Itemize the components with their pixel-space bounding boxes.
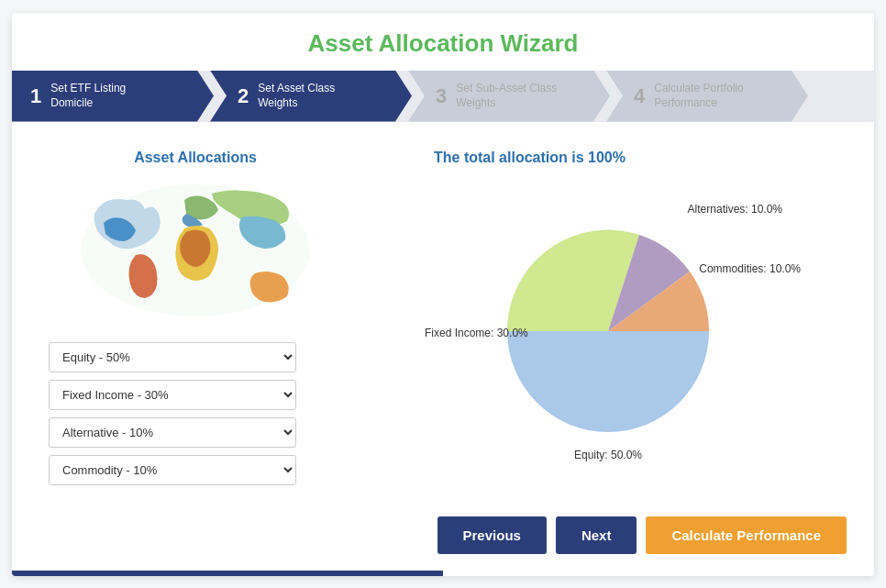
alternatives-label: Alternatives: 10.0% bbox=[688, 203, 782, 216]
commodity-dropdown-row: Commodity - 10% bbox=[49, 455, 342, 485]
step-3-number: 3 bbox=[436, 86, 447, 106]
next-button[interactable]: Next bbox=[556, 516, 637, 554]
step-4: 4 Calculate PortfolioPerformance bbox=[606, 71, 808, 122]
calculate-button[interactable]: Calculate Performance bbox=[646, 516, 847, 554]
left-panel: Asset Allocations bbox=[49, 150, 342, 485]
allocation-title: The total allocation is 100% bbox=[434, 150, 626, 166]
alternative-dropdown-row: Alternative - 10% bbox=[49, 417, 342, 448]
step-2-label: Set Asset ClassWeights bbox=[258, 82, 335, 110]
dropdown-group: Equity - 50% Fixed Income - 30% Alternat… bbox=[49, 342, 342, 485]
main-content: Asset Allocations bbox=[12, 122, 874, 504]
step-2-number: 2 bbox=[238, 86, 249, 106]
asset-allocations-title: Asset Allocations bbox=[49, 150, 342, 166]
step-4-number: 4 bbox=[634, 86, 645, 106]
step-3-label: Set Sub-Asset ClassWeights bbox=[456, 82, 557, 110]
chart-wrapper: Alternatives: 10.0% Commodities: 10.0% F… bbox=[425, 184, 792, 478]
previous-button[interactable]: Previous bbox=[437, 516, 547, 554]
step-3: 3 Set Sub-Asset ClassWeights bbox=[408, 71, 610, 122]
fixed-income-dropdown[interactable]: Fixed Income - 30% bbox=[49, 380, 296, 410]
step-2: 2 Set Asset ClassWeights bbox=[210, 71, 412, 122]
page-title: Asset Allocation Wizard bbox=[12, 13, 874, 71]
equity-dropdown[interactable]: Equity - 50% bbox=[49, 342, 296, 372]
equity-label: Equity: 50.0% bbox=[574, 449, 642, 461]
step-1: 1 Set ETF ListingDomicile bbox=[12, 71, 214, 122]
step-1-label: Set ETF ListingDomicile bbox=[50, 82, 126, 110]
bottom-accent-bar bbox=[12, 571, 443, 576]
right-panel: The total allocation is 100% bbox=[379, 150, 837, 485]
main-container: Asset Allocation Wizard 1 Set ETF Listin… bbox=[12, 13, 874, 576]
step-1-number: 1 bbox=[30, 86, 41, 106]
fixed-income-label: Fixed Income: 30.0% bbox=[425, 327, 528, 339]
step-4-label: Calculate PortfolioPerformance bbox=[654, 82, 743, 110]
wizard-steps: 1 Set ETF ListingDomicile 2 Set Asset Cl… bbox=[12, 71, 874, 122]
bottom-bar: Previous Next Calculate Performance bbox=[12, 504, 874, 571]
world-map bbox=[76, 177, 315, 324]
alternative-dropdown[interactable]: Alternative - 10% bbox=[49, 417, 296, 448]
commodity-dropdown[interactable]: Commodity - 10% bbox=[49, 455, 296, 485]
equity-dropdown-row: Equity - 50% bbox=[49, 342, 342, 372]
fixed-income-dropdown-row: Fixed Income - 30% bbox=[49, 380, 342, 410]
commodities-label: Commodities: 10.0% bbox=[699, 262, 801, 275]
